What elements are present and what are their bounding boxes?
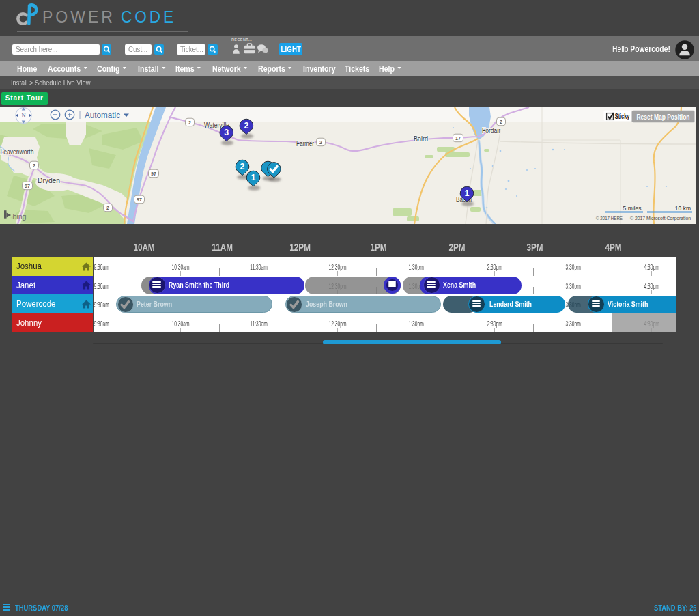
svg-text:N: N (21, 112, 25, 119)
svg-text:2: 2 (319, 140, 322, 145)
svg-text:2: 2 (240, 162, 245, 171)
svg-text:2: 2 (33, 163, 35, 168)
svg-text:CODE: CODE (121, 8, 176, 26)
svg-text:5 miles: 5 miles (623, 205, 642, 212)
svg-text:Dryden: Dryden (38, 176, 60, 184)
svg-text:2: 2 (188, 120, 191, 125)
svg-text:Automatic: Automatic (85, 111, 120, 120)
svg-text:97: 97 (137, 197, 142, 202)
svg-text:© 2017 Microsoft Corporation: © 2017 Microsoft Corporation (630, 215, 691, 221)
svg-text:17: 17 (455, 136, 461, 141)
svg-text:Sticky: Sticky (615, 112, 630, 120)
svg-text:2: 2 (106, 206, 109, 210)
svg-text:Reset Map Position: Reset Map Position (637, 113, 690, 121)
svg-text:97: 97 (25, 184, 30, 188)
svg-text:10 km: 10 km (675, 205, 691, 212)
svg-text:Leavenworth: Leavenworth (1, 148, 34, 156)
svg-text:3: 3 (224, 128, 229, 137)
svg-text:Farmer: Farmer (296, 139, 314, 148)
svg-text:Fordair: Fordair (482, 126, 500, 135)
svg-text:1: 1 (465, 188, 470, 198)
svg-text:bing: bing (13, 212, 27, 221)
svg-text:POWER: POWER (42, 8, 115, 26)
svg-text:2: 2 (244, 121, 248, 130)
svg-text:Baird: Baird (414, 135, 428, 143)
svg-text:97: 97 (151, 171, 156, 176)
svg-text:© 2017 HERE: © 2017 HERE (596, 215, 623, 221)
svg-text:1: 1 (251, 173, 256, 182)
svg-text:2: 2 (500, 120, 502, 124)
